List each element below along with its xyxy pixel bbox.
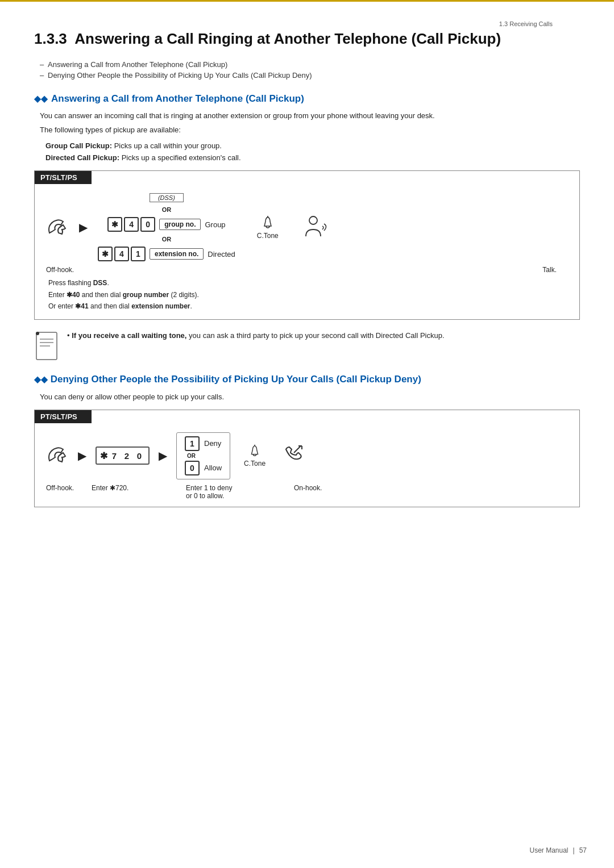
bell-icon-2 xyxy=(247,444,262,458)
type1-text: Picks up a call within your group. xyxy=(114,141,222,150)
diagram-header-2: PT/SLT/PS xyxy=(35,410,92,423)
deny-key-2: 2 xyxy=(121,449,132,462)
choice-box: 1 Deny OR 0 Allow xyxy=(176,432,230,479)
deny-key-group: ✱ 7 2 0 xyxy=(96,446,150,465)
type1-label: Group Call Pickup: xyxy=(45,141,112,150)
key-4-1: 4 xyxy=(124,217,139,232)
onhook-phone-icon xyxy=(281,445,306,467)
key-1: 1 xyxy=(131,247,146,261)
label-offhook-2: Off-hook. xyxy=(46,484,81,492)
ext-no-label: extension no. xyxy=(150,248,204,260)
diagram-box-2: PT/SLT/PS ▶ ✱ 7 2 0 ▶ xyxy=(34,410,580,507)
ctone-col-2: C.Tone xyxy=(244,444,265,468)
label-onhook: On-hook. xyxy=(294,484,322,492)
footer-label: User Manual xyxy=(529,846,568,854)
note-paper-icon xyxy=(34,331,59,362)
label-offhook-1: Off-hook. xyxy=(46,266,80,274)
label-enter: Enter ✱720. xyxy=(92,484,165,492)
arrow-right-3: ▶ xyxy=(159,449,167,462)
or-label-2: OR xyxy=(162,235,172,243)
deny-key-7: 7 xyxy=(109,449,120,462)
or-label-1: OR xyxy=(162,206,172,214)
choice-key-0: 0 xyxy=(185,461,200,475)
group-text: Group xyxy=(205,220,225,229)
pickup-types: Group Call Pickup: Picks up a call withi… xyxy=(45,140,580,164)
diagram-notes-1: Press flashing DSS. Enter ✱40 and then d… xyxy=(46,277,568,312)
bell-icon-1 xyxy=(260,215,276,231)
subsection2-title: ◆◆ Denying Other People the Possibility … xyxy=(34,373,580,386)
label-talk-1: Talk. xyxy=(542,266,557,274)
choice-or: OR xyxy=(185,453,196,459)
diamond-icon-2: ◆◆ xyxy=(34,374,48,384)
note-text-1: • If you receive a call waiting tone, yo… xyxy=(67,330,445,341)
choice-key-1: 1 xyxy=(185,436,200,451)
key-star-2: ✱ xyxy=(98,247,113,261)
offhook-phone-icon-1 xyxy=(46,217,69,237)
label-deny-allow: Enter 1 to deny or 0 to allow. xyxy=(186,484,260,500)
svg-point-1 xyxy=(309,216,317,224)
footer-page: 57 xyxy=(579,846,587,854)
subsection1-intro2: The following types of pickup are availa… xyxy=(40,124,580,136)
svg-line-8 xyxy=(294,446,301,453)
group-no-label: group no. xyxy=(159,219,201,230)
type2-text: Picks up a specified extension's call. xyxy=(122,153,241,162)
talk-icon xyxy=(298,215,329,240)
ctone-label-2: C.Tone xyxy=(244,460,265,468)
ctone-label-1: C.Tone xyxy=(257,232,279,240)
svg-point-6 xyxy=(36,332,39,335)
allow-text: Allow xyxy=(204,464,222,472)
diamond-icon-1: ◆◆ xyxy=(34,94,48,104)
section-label: 1.3 Receiving Calls xyxy=(34,16,580,30)
key-4-2: 4 xyxy=(114,247,129,261)
subsection2-intro: You can deny or allow other people to pi… xyxy=(40,391,580,403)
key-0: 0 xyxy=(140,217,155,232)
page-title: 1.3.3 Answering a Call Ringing at Anothe… xyxy=(34,30,580,49)
arrow-right-2: ▶ xyxy=(78,449,86,462)
offhook-phone-icon-2 xyxy=(46,445,69,467)
ctone-col-1: C.Tone xyxy=(257,215,279,240)
type2-label: Directed Call Pickup: xyxy=(45,153,119,162)
directed-text: Directed xyxy=(208,250,235,258)
key-star-1: ✱ xyxy=(107,217,122,232)
arrow-right-1: ▶ xyxy=(79,220,88,234)
subsection1-intro1: You can answer an incoming call that is … xyxy=(40,110,580,122)
deny-key-star: ✱ xyxy=(100,450,107,461)
deny-text: Deny xyxy=(204,439,221,448)
toc-item-2: Denying Other People the Possibility of … xyxy=(40,71,580,80)
golden-bar xyxy=(0,0,614,2)
note-box-1: • If you receive a call waiting tone, yo… xyxy=(34,330,580,362)
toc-item-1: Answering a Call from Another Telephone … xyxy=(40,60,580,69)
diagram-header-1: PT/SLT/PS xyxy=(35,171,92,184)
deny-key-0: 0 xyxy=(134,449,145,462)
dss-label: (DSS) xyxy=(150,193,184,202)
talk-icon-area xyxy=(298,215,329,240)
diagram-box-1: PT/SLT/PS ▶ (DSS) xyxy=(34,170,580,319)
toc-list: Answering a Call from Another Telephone … xyxy=(34,60,580,80)
footer: User Manual | 57 xyxy=(529,846,587,854)
subsection1-title: ◆◆ Answering a Call from Another Telepho… xyxy=(34,93,580,105)
